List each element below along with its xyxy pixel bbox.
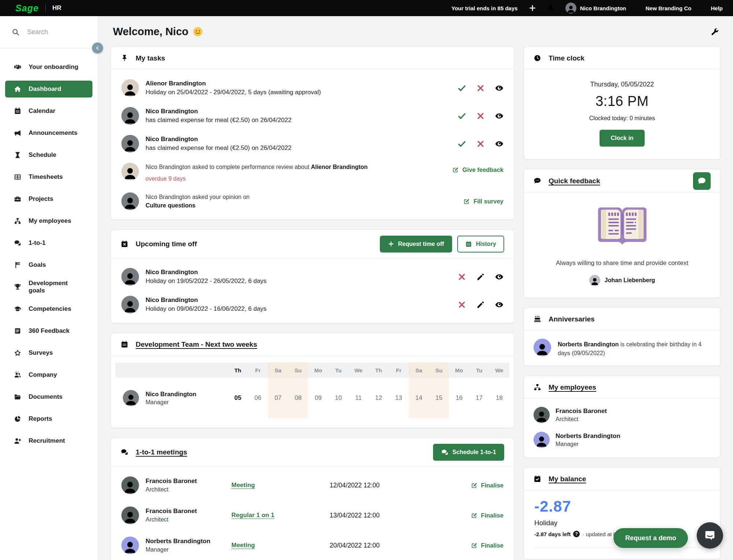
sidebar-item-timesheets[interactable]: Timesheets [5,169,92,185]
calendar-date: 05 [228,378,248,418]
calendar-date: 18 [489,378,509,418]
sidebar-item-announcements[interactable]: Announcements [5,125,92,141]
help-link[interactable]: Help [711,5,723,11]
calendar-dow: Tu [328,362,348,378]
employee-name: Francois Baronet [556,408,607,415]
sidebar-item-dashboard[interactable]: Dashboard [5,81,92,97]
add-icon[interactable] [529,4,536,12]
sidebar-item-company[interactable]: Company [5,366,92,383]
clock-in-button[interactable]: Clock in [600,130,644,147]
sidebar-item-competencies[interactable]: Competencies [5,301,92,317]
approve-check-icon[interactable] [458,84,466,92]
sidebar-item-label: Dashboard [29,85,61,93]
meeting-link[interactable]: Meeting [231,482,255,489]
sidebar-item-calendar[interactable]: Calendar [5,103,92,119]
wrench-icon[interactable] [710,27,719,36]
avatar-francois [121,476,139,494]
balance-type: Holiday [534,519,710,527]
meeting-person-role: Architect [146,486,197,493]
task-detail: Holiday on 25/04/2022 - 29/04/2022, 5 da… [146,89,321,96]
meetings-title[interactable]: 1-to-1 meetings [136,448,187,456]
history-button[interactable]: History [457,236,504,253]
quick-feedback-title[interactable]: Quick feedback [549,177,600,185]
sage-logo[interactable]: Sage [15,4,39,13]
company-menu[interactable]: New Branding Co [645,5,700,11]
slightly-smiling-face-icon [193,27,203,37]
task-row: Nico Brandington has claimed expense for… [111,130,514,158]
sidebar-item-documents[interactable]: Documents [5,388,92,405]
chat-bubbles-icon [121,448,128,456]
give-feedback-link[interactable]: Give feedback [452,166,503,173]
sidebar-item-recruitment[interactable]: Recruitment [5,432,92,449]
edit-pencil-icon[interactable] [476,301,485,309]
decline-x-icon[interactable] [476,112,485,120]
approve-check-icon[interactable] [458,112,466,120]
view-eye-icon[interactable] [495,273,503,281]
finalise-link[interactable]: Finalise [471,542,503,549]
person-plus-icon [14,437,21,445]
team-calendar-title[interactable]: Development Team - Next two weeks [136,340,257,349]
question-circle-icon[interactable]: ? [573,531,580,537]
finalise-link[interactable]: Finalise [471,512,503,519]
edit-pencil-icon[interactable] [476,273,485,281]
sidebar-item-projects[interactable]: Projects [5,191,92,207]
user-menu[interactable]: Nico Brandington [565,3,635,14]
chat-bubble-dots-icon [697,177,706,185]
employee-row[interactable]: Francois Baronet Architect [524,402,720,427]
sidebar-item-goals[interactable]: Goals [5,257,92,273]
list-box-icon [14,327,21,335]
view-eye-icon[interactable] [495,140,503,148]
calendar-date: 17 [469,378,489,418]
sidebar-item-my-employees[interactable]: My employees [5,213,92,229]
cancel-x-icon[interactable] [458,273,466,281]
clocked-today-label: Clocked today: 0 minutes [531,115,713,122]
avatar-francois [534,407,550,423]
calendar-dow: Su [429,362,449,378]
search-bar[interactable] [0,16,98,48]
view-eye-icon[interactable] [495,84,503,92]
meeting-link[interactable]: Regular 1 on 1 [231,512,274,519]
my-balance-title[interactable]: My balance [549,475,586,483]
sidebar-item-schedule[interactable]: Schedule [5,147,92,163]
sidebar-item-1-to-1[interactable]: 1-to-1 [5,235,92,251]
search-input[interactable] [27,28,82,36]
user-name: Nico Brandington [580,5,626,11]
notifications-bell-icon[interactable] [547,4,554,12]
my-employees-title[interactable]: My employees [549,383,596,391]
briefcase-icon [14,195,21,203]
quick-feedback-button[interactable] [693,172,711,190]
fill-survey-link[interactable]: Fill survey [463,198,503,205]
meeting-link[interactable]: Meeting [231,542,255,549]
decline-x-icon[interactable] [476,140,485,148]
schedule-1-to-1-button[interactable]: Schedule 1-to-1 [433,444,504,461]
request-demo-button[interactable]: Request a demo [613,528,688,548]
sidebar-item-reports[interactable]: Reports [5,410,92,427]
balance-value: -2.87 [534,498,710,515]
view-eye-icon[interactable] [495,112,503,120]
decline-x-icon[interactable] [476,84,485,92]
calendar-dow: Sa [268,362,288,378]
cancel-x-icon[interactable] [458,301,466,309]
sidebar-item-your-onboarding[interactable]: Your onboarding [5,59,92,75]
calendar-date: 16 [449,378,469,418]
sidebar-item-360-feedback[interactable]: 360 Feedback [5,323,92,339]
meeting-person-name: Francois Baronet [146,478,197,485]
employee-row[interactable]: Norberts Brandington Manager [524,427,720,452]
org-chart-icon [14,217,21,225]
calendar-person-row: Nico Brandington Manager 05 06 07 08 09 … [116,378,509,418]
sage-hr-dashboard: Sage HR Your trial ends in 85 days Nico … [0,0,733,560]
request-time-off-button[interactable]: Request time off [380,236,452,253]
sidebar-collapse-button[interactable] [92,43,103,54]
finalise-link[interactable]: Finalise [471,482,503,489]
chevron-left-icon [95,45,100,51]
sidebar-item-label: Reports [29,415,52,423]
calendar-dow: Th [369,362,389,378]
sidebar-item-development-goals[interactable]: Development goals [5,279,92,295]
sidebar-item-label: Your onboarding [29,63,78,71]
intercom-chat-button[interactable] [697,522,723,549]
sidebar-item-surveys[interactable]: Surveys [5,345,92,361]
sidebar-item-label: 1-to-1 [29,239,45,247]
view-eye-icon[interactable] [495,301,503,309]
approve-check-icon[interactable] [458,140,466,148]
chat-bubble-smile-icon [704,529,716,542]
